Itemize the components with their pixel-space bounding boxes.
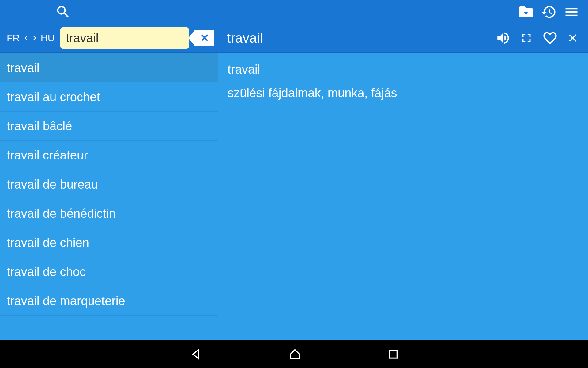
search-input[interactable] <box>60 27 189 49</box>
detail-headword: travail <box>228 63 578 76</box>
detail-panel: travail szülési fájdalmak, munka, fájás <box>218 53 588 340</box>
result-item[interactable]: travail de bureau <box>0 170 218 199</box>
menu-icon[interactable] <box>564 4 579 20</box>
svg-rect-0 <box>389 350 397 358</box>
main-content: travailtravail au crochettravail bâclétr… <box>0 52 588 340</box>
result-item[interactable]: travail de choc <box>0 257 218 286</box>
fullscreen-icon[interactable] <box>519 31 533 45</box>
system-nav-bar <box>0 340 588 368</box>
recent-apps-button[interactable] <box>387 347 399 361</box>
result-item[interactable]: travail de marqueterie <box>0 286 218 316</box>
back-button[interactable] <box>189 347 202 361</box>
result-item[interactable]: travail au crochet <box>0 82 218 112</box>
results-list[interactable]: travailtravail au crochettravail bâclétr… <box>0 53 218 340</box>
speaker-icon[interactable] <box>496 30 511 46</box>
close-icon: ✕ <box>200 32 209 44</box>
history-icon[interactable] <box>541 4 557 20</box>
top-bar <box>0 0 588 24</box>
target-language: HU <box>40 33 56 44</box>
close-detail-icon[interactable] <box>567 32 579 44</box>
language-selector[interactable]: FR HU <box>3 33 58 44</box>
clear-search-button[interactable]: ✕ <box>195 30 214 46</box>
heart-icon[interactable] <box>542 30 558 46</box>
search-bar: FR HU ✕ travail <box>0 24 588 52</box>
detail-word: travail <box>227 30 263 46</box>
favorites-folder-icon[interactable] <box>518 4 534 20</box>
chevron-right-icon <box>30 33 39 43</box>
home-button[interactable] <box>288 347 302 361</box>
result-item[interactable]: travail <box>0 53 218 82</box>
result-item[interactable]: travail de bénédictin <box>0 199 218 228</box>
result-item[interactable]: travail de chien <box>0 228 218 257</box>
result-item[interactable]: travail bâclé <box>0 112 218 141</box>
chevron-left-icon <box>22 33 30 43</box>
search-icon[interactable] <box>55 4 71 20</box>
result-item[interactable]: travail créateur <box>0 141 218 170</box>
source-language: FR <box>6 33 21 44</box>
detail-translation: szülési fájdalmak, munka, fájás <box>228 86 578 100</box>
